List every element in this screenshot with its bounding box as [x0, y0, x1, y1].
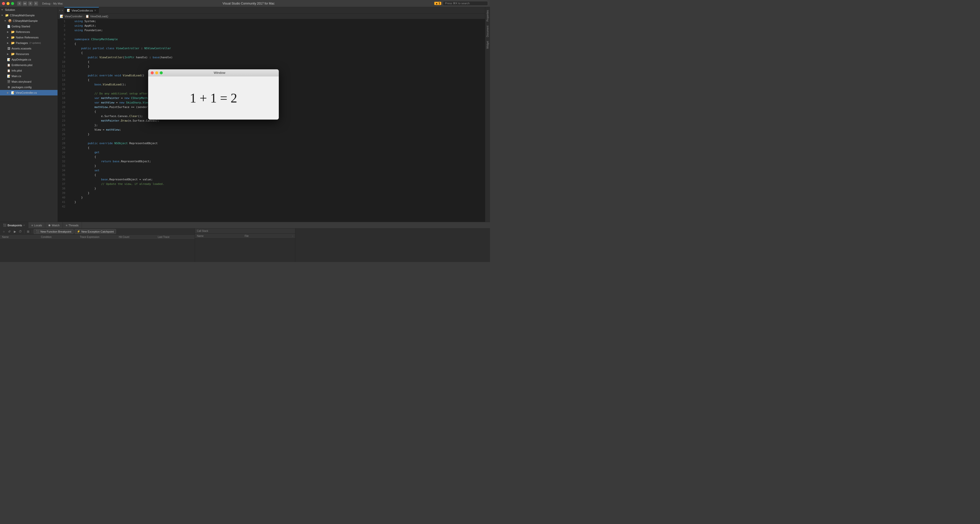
- maximize-button[interactable]: [11, 2, 14, 5]
- step-over-button[interactable]: ⏭: [22, 1, 27, 6]
- floating-window-content: 1 + 1 = 2: [148, 76, 279, 119]
- assets-label: Assets.xcassets: [11, 47, 32, 50]
- plist-icon2: 📋: [7, 69, 11, 72]
- call-stack-columns: Name File ›: [195, 234, 295, 239]
- tab-label: ViewController.cs: [72, 9, 93, 12]
- tab-locals[interactable]: ≡ Locals: [29, 222, 45, 229]
- debug-label: Debug: [42, 2, 50, 5]
- resources-label: Resources: [16, 53, 29, 56]
- col-trace-expr: Trace Expression: [80, 236, 115, 238]
- tab-close-button[interactable]: ✕: [94, 9, 96, 12]
- breakpoints-label: Breakpoints: [8, 224, 22, 227]
- step-out-button[interactable]: ⬆: [33, 1, 38, 6]
- cs-icon1: 📝: [7, 58, 11, 61]
- floating-window-title: Window: [163, 71, 276, 75]
- root-project-label: CSharpMathSample: [10, 14, 35, 17]
- nav-forward-arrow[interactable]: ›: [61, 8, 63, 13]
- resources-icon: 📂: [11, 52, 15, 56]
- sidebar-item-info[interactable]: 📋 Info.plist: [0, 68, 57, 73]
- expand-button[interactable]: ›: [292, 235, 293, 237]
- title-bar: ⏸ ⏭ ⬇ ⬆ Debug › My Mac Visual Studio Com…: [0, 0, 490, 7]
- step-in-button[interactable]: ⬇: [28, 1, 33, 6]
- sidebar-item-project[interactable]: ▼ 📦 CSharpMathSample: [0, 18, 57, 24]
- main-layout: ▼ Solution ▼ 📁 CSharpMathSample ▼ 📦 CSha…: [0, 7, 490, 222]
- add-exception-button[interactable]: ⚡ New Exception Catchpoint: [75, 229, 116, 234]
- fw-traffic-lights: [151, 71, 163, 74]
- code-line: 28 public override NSObject RepresentedO…: [58, 141, 485, 146]
- sidebar-item-packages-config[interactable]: ⚙ packages.config: [0, 84, 57, 90]
- document-tab[interactable]: Document: [486, 24, 490, 39]
- sidebar-item-assets[interactable]: 🖼 Assets.xcassets: [0, 46, 57, 51]
- storyboard-icon: 🎬: [7, 80, 11, 83]
- sidebar-item-viewcontroller[interactable]: ▶ 📝 ViewController.cs: [0, 90, 57, 96]
- sidebar-item-main-storyboard[interactable]: 🎬 Main.storyboard: [0, 79, 57, 84]
- col-last-trace: Last Trace: [158, 236, 192, 238]
- fw-minimize[interactable]: [155, 71, 158, 74]
- floating-window[interactable]: Window 1 + 1 = 2: [148, 69, 279, 119]
- warning-badge: ▲ 1: [434, 2, 441, 5]
- threads-label: Threads: [68, 224, 79, 227]
- locals-label: Locals: [34, 224, 42, 227]
- sidebar-item-main-cs[interactable]: 📝 Main.cs: [0, 73, 57, 79]
- breakpoints-close[interactable]: ✕: [23, 224, 25, 226]
- search-bar[interactable]: Press ⌘K to search: [443, 1, 488, 6]
- code-line: 9 public ViewController(IntPtr handle) :…: [58, 55, 485, 60]
- fw-maximize[interactable]: [160, 71, 163, 74]
- tab-threads[interactable]: ≡ Threads: [63, 222, 82, 229]
- editor-area: ‹ › 📝 ViewController.cs ✕ 📝 ViewControll…: [58, 7, 485, 222]
- sidebar-item-getting-started[interactable]: 📄 Getting Started: [0, 24, 57, 29]
- tab-watch[interactable]: ◉ Watch: [45, 222, 63, 229]
- resources-expand: ▶: [7, 53, 10, 55]
- packages-label: Packages: [16, 41, 28, 45]
- main-storyboard-label: Main.storyboard: [11, 80, 32, 83]
- code-line: 31 {: [58, 155, 485, 159]
- toolbar-btn1[interactable]: ○: [2, 229, 6, 234]
- native-references-label: Native References: [16, 36, 39, 39]
- pause-button[interactable]: ⏸: [17, 1, 22, 6]
- call-stack-content: [195, 239, 295, 262]
- add-breakpoint-label: New Function Breakpoint: [40, 230, 71, 233]
- watch-label: Watch: [52, 224, 59, 227]
- native-refs-icon: 📂: [11, 36, 15, 39]
- sidebar-item-references[interactable]: ▶ 📂 References: [0, 29, 57, 35]
- fw-close[interactable]: [151, 71, 154, 74]
- toolbar-btn4[interactable]: ⏱: [18, 229, 22, 234]
- sidebar-item-packages[interactable]: ▶ 📂 Packages (7 updates): [0, 40, 57, 46]
- bottom-panel: ⬛ Breakpoints ✕ ≡ Locals ◉ Watch ≡ Threa…: [0, 222, 490, 262]
- widget-tab[interactable]: Widget: [486, 39, 490, 51]
- watch-icon: ◉: [48, 224, 51, 227]
- solution-arrow: ▼: [1, 8, 4, 11]
- debug-breadcrumb: Debug › My Mac: [42, 2, 63, 5]
- bottom-left-panel: ○ ↺ ▶ ⏱ ⊞ ⬛ New Function Breakpoint ⚡ Ne…: [0, 229, 195, 262]
- viewcontroller-label: ViewController.cs: [16, 91, 37, 94]
- code-line: 2 using AppKit;: [58, 24, 485, 28]
- code-line: 1 using System;: [58, 19, 485, 24]
- title-bar-right: ▲ 1 Press ⌘K to search: [434, 1, 488, 6]
- code-editor[interactable]: 1 using System; 2 using AppKit; 3 using …: [58, 19, 485, 222]
- code-line: 7 public partial class ViewController : …: [58, 46, 485, 51]
- properties-tab[interactable]: Properties: [486, 8, 490, 24]
- code-line: 4: [58, 33, 485, 37]
- right-empty-panel: [295, 229, 490, 262]
- toolbar-btn3[interactable]: ▶: [13, 229, 17, 234]
- tab-viewcontroller[interactable]: 📝 ViewController.cs ✕: [64, 7, 99, 14]
- add-breakpoint-button[interactable]: ⬛ New Function Breakpoint: [33, 229, 73, 234]
- sidebar-item-appdelegate[interactable]: 📝 AppDelegate.cs: [0, 57, 57, 62]
- toolbar-btn2[interactable]: ↺: [7, 229, 11, 234]
- breakpoints-table-header: Name Condition Trace Expression Hit Coun…: [0, 235, 195, 240]
- close-button[interactable]: [2, 2, 5, 5]
- toolbar-btn5[interactable]: ⊞: [26, 229, 30, 234]
- assets-icon: 🖼: [7, 47, 11, 50]
- sidebar-item-root-project[interactable]: ▼ 📁 CSharpMathSample: [0, 13, 57, 18]
- tab-breakpoints[interactable]: ⬛ Breakpoints ✕: [0, 222, 29, 229]
- breakpoints-content: [0, 240, 195, 262]
- code-line: 27: [58, 137, 485, 141]
- nav-back-arrow[interactable]: ‹: [59, 8, 61, 13]
- minimize-button[interactable]: [6, 2, 10, 5]
- sidebar-item-entitlements[interactable]: 📋 Entitlements.plist: [0, 62, 57, 68]
- sidebar-item-resources[interactable]: ▶ 📂 Resources: [0, 51, 57, 57]
- code-line: 35 {: [58, 173, 485, 177]
- sidebar-item-native-references[interactable]: ▶ 📂 Native References: [0, 35, 57, 40]
- sidebar-header-solution[interactable]: ▼ Solution: [0, 7, 57, 13]
- main-cs-label: Main.cs: [11, 75, 21, 78]
